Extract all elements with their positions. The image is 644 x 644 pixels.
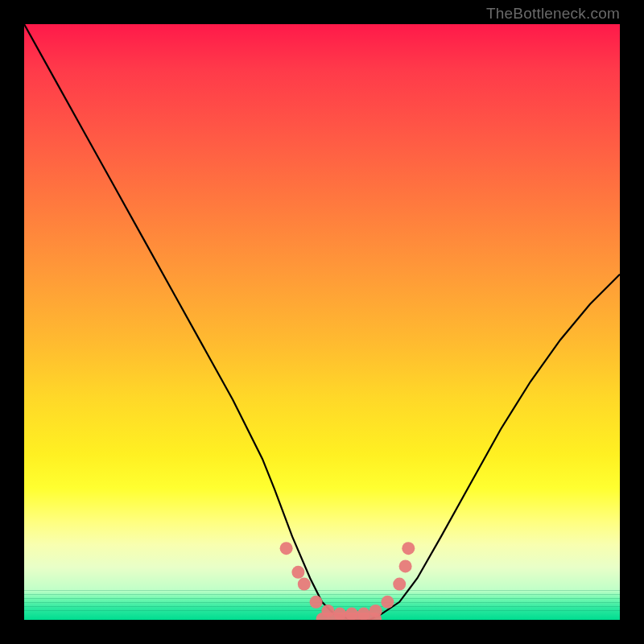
watermark-label: TheBottleneck.com (486, 5, 620, 23)
marker-dot (310, 596, 323, 609)
marker-dot (402, 542, 415, 555)
chart-frame: TheBottleneck.com (0, 0, 644, 644)
marker-dot (399, 559, 412, 572)
marker-dot (291, 566, 304, 579)
marker-dot (369, 605, 382, 617)
marker-dot (381, 596, 394, 609)
marker-dot (333, 608, 346, 620)
marker-dot (321, 605, 334, 617)
marker-dot (345, 608, 358, 620)
plot-area (24, 24, 620, 620)
curve-layer (24, 24, 620, 620)
marker-dot (280, 542, 293, 555)
bottleneck-curve (24, 24, 620, 620)
marker-dot (393, 578, 406, 591)
marker-dot (298, 578, 311, 591)
marker-dot (357, 608, 370, 620)
